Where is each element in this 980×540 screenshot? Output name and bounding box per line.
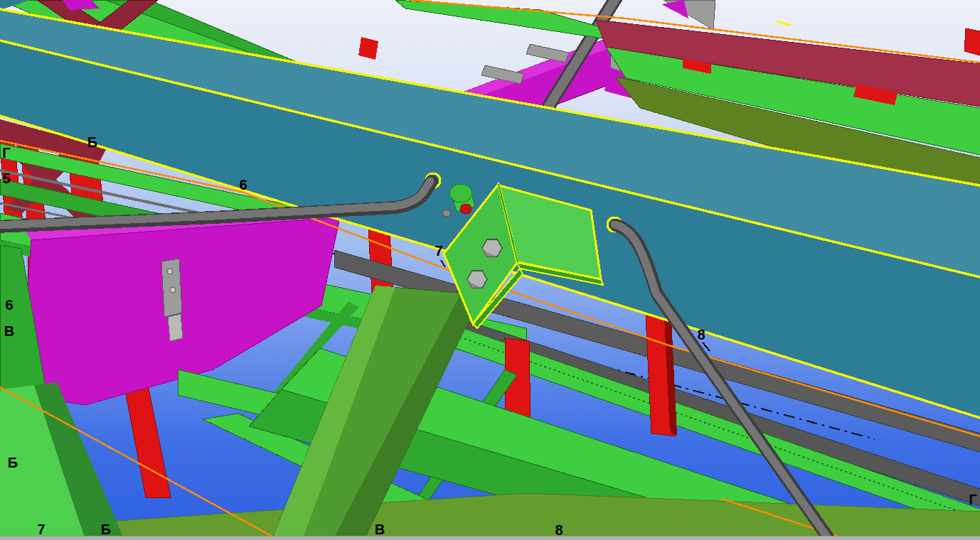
red-column-top[interactable] — [964, 28, 980, 55]
grid-label-col-7-center: 7 — [435, 243, 442, 259]
grid-label-row-B-upper: Б — [87, 134, 97, 150]
grid-label-row-G-right: Г — [969, 492, 976, 507]
grid-label-row-B-lower-left: Б — [8, 455, 18, 470]
grid-label-col-7-bottom-left: 7 — [37, 522, 45, 537]
plate-tab — [168, 314, 183, 341]
grid-label-col-5-left: 5 — [2, 171, 10, 186]
bolt — [170, 287, 176, 293]
grid-label-row-V-bottom: В — [375, 522, 385, 537]
bolt — [167, 269, 173, 274]
cad-viewport[interactable]: Г5Б66ВБ7Б7В88Г — [0, 0, 980, 540]
grid-label-row-G-left: Г — [2, 145, 10, 161]
grid-label-row-B-bottom: Б — [101, 522, 111, 537]
model-scene[interactable]: Г5Б66ВБ7Б7В88Г — [0, 0, 980, 540]
grid-label-col-8-right: 8 — [697, 327, 705, 342]
grid-label-row-V-left: В — [4, 323, 14, 339]
grid-label-col-6-left: 6 — [5, 297, 13, 313]
grid-label-col-6-upper: 6 — [239, 177, 247, 193]
bolt-end — [442, 210, 451, 217]
rod-end-red — [460, 204, 472, 214]
status-bar — [0, 536, 980, 540]
